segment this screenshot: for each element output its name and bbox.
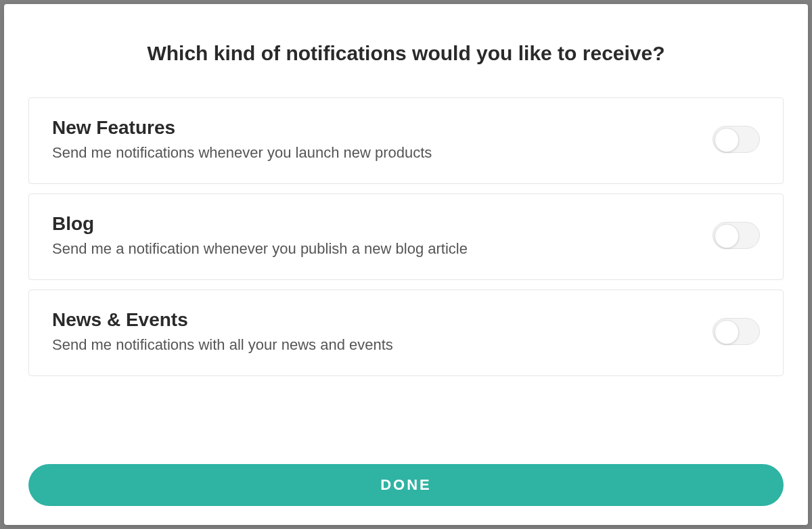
option-title: New Features xyxy=(52,117,432,139)
option-title: News & Events xyxy=(52,309,393,331)
options-list: New Features Send me notifications whene… xyxy=(28,97,784,445)
notifications-modal: Which kind of notifications would you li… xyxy=(4,4,808,525)
option-blog: Blog Send me a notification whenever you… xyxy=(28,193,784,280)
option-texts: Blog Send me a notification whenever you… xyxy=(52,213,468,258)
toggle-new-features[interactable] xyxy=(713,126,760,153)
done-button[interactable]: DONE xyxy=(28,464,784,506)
option-news-events: News & Events Send me notifications with… xyxy=(28,290,784,376)
option-title: Blog xyxy=(52,213,468,235)
modal-title: Which kind of notifications would you li… xyxy=(28,42,784,65)
toggle-news-events[interactable] xyxy=(713,318,760,345)
option-new-features: New Features Send me notifications whene… xyxy=(28,97,784,184)
toggle-knob-icon xyxy=(715,128,739,152)
option-description: Send me notifications with all your news… xyxy=(52,336,393,354)
option-texts: News & Events Send me notifications with… xyxy=(52,309,393,354)
toggle-knob-icon xyxy=(715,224,739,248)
option-description: Send me a notification whenever you publ… xyxy=(52,240,468,258)
option-texts: New Features Send me notifications whene… xyxy=(52,117,432,162)
option-description: Send me notifications whenever you launc… xyxy=(52,144,432,162)
toggle-blog[interactable] xyxy=(713,222,760,249)
toggle-knob-icon xyxy=(715,320,739,344)
